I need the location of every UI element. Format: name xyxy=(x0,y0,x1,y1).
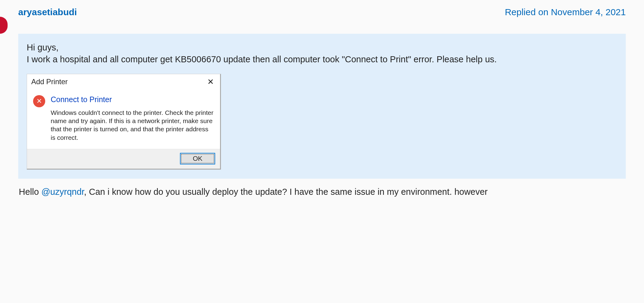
reply-suffix: , Can i know how do you usually deploy t… xyxy=(84,187,488,197)
dialog-message: Windows couldn't connect to the printer.… xyxy=(51,108,214,142)
dialog-titlebar: Add Printer ✕ xyxy=(27,74,220,90)
quoted-message: Hi guys, I work a hospital and all compu… xyxy=(18,34,626,179)
error-icon: ✕ xyxy=(33,95,45,107)
user-mention[interactable]: @uzyrqndr xyxy=(41,187,84,197)
avatar[interactable] xyxy=(0,17,8,34)
reply-body: Hello @uzyrqndr, Can i know how do you u… xyxy=(18,186,626,198)
dialog-body: ✕ Connect to Printer Windows couldn't co… xyxy=(27,90,220,149)
dialog-content: Connect to Printer Windows couldn't conn… xyxy=(51,95,214,142)
embedded-dialog-screenshot: Add Printer ✕ ✕ Connect to Printer Windo… xyxy=(27,74,221,170)
quote-line-2: I work a hospital and all computer get K… xyxy=(27,53,617,65)
dialog-title: Add Printer xyxy=(31,77,68,87)
dialog-footer: OK xyxy=(27,149,220,169)
forum-reply-post: aryasetiabudi Replied on November 4, 202… xyxy=(0,0,644,198)
reply-date: Replied on November 4, 2021 xyxy=(505,6,626,19)
dialog-heading: Connect to Printer xyxy=(51,95,214,105)
reply-prefix: Hello xyxy=(19,187,41,197)
post-header: aryasetiabudi Replied on November 4, 202… xyxy=(18,6,626,19)
close-icon[interactable]: ✕ xyxy=(205,77,216,87)
ok-button[interactable]: OK xyxy=(180,153,215,164)
username-link[interactable]: aryasetiabudi xyxy=(18,6,77,19)
quote-line-1: Hi guys, xyxy=(27,42,617,53)
